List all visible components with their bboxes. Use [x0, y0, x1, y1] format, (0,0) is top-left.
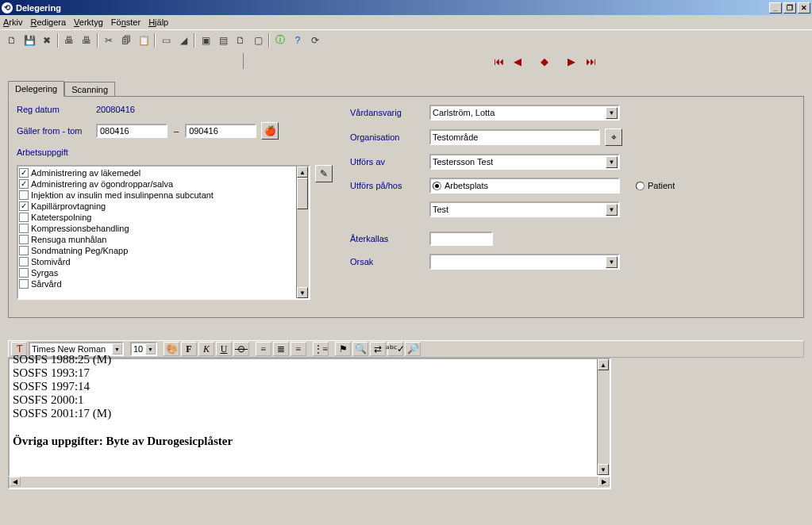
doc2-icon[interactable]: ◢ — [176, 33, 190, 48]
tool4-icon[interactable]: ▢ — [251, 33, 265, 48]
checkbox-icon[interactable] — [19, 257, 29, 266]
info-icon[interactable]: ⓘ — [273, 33, 287, 48]
checkbox-icon[interactable] — [19, 268, 29, 278]
delete-icon[interactable]: ✖ — [40, 33, 54, 48]
chevron-down-icon[interactable]: ▼ — [606, 156, 618, 168]
utforsav-value: Testersson Test — [433, 157, 493, 167]
task-item[interactable]: ✓Administrering av ögondroppar/salva — [19, 178, 308, 190]
tool1-icon[interactable]: ▣ — [198, 33, 213, 48]
menubar: Arkiv Redigera Verktyg Fönster Hjälp — [0, 15, 812, 29]
editor-hscroll[interactable]: ◀ ▶ — [8, 477, 611, 489]
task-item[interactable]: Stomivård — [19, 256, 308, 267]
task-item[interactable]: Syrgas — [19, 267, 308, 278]
task-item[interactable]: Rensuga munhålan — [19, 234, 308, 245]
checkbox-icon[interactable] — [19, 279, 29, 289]
menu-redigera[interactable]: Redigera — [30, 17, 66, 27]
aterkallas-label: Återkallas — [350, 234, 429, 243]
checkbox-icon[interactable] — [19, 224, 29, 233]
copy-icon[interactable]: 🗐 — [119, 33, 133, 48]
organisation-value: Testområde — [433, 132, 478, 142]
task-item[interactable]: Sårvård — [19, 278, 308, 289]
task-edit-button[interactable]: ✎ — [315, 165, 333, 182]
chevron-down-icon[interactable]: ▼ — [606, 107, 618, 119]
menu-verktyg[interactable]: Verktyg — [74, 17, 103, 27]
nav-first-button[interactable]: ⏮ — [490, 52, 507, 70]
scroll-up-icon[interactable]: ▲ — [598, 359, 609, 370]
editor-vscroll[interactable]: ▲ ▼ — [597, 359, 610, 475]
task-item[interactable]: Kompressionsbehandling — [19, 223, 308, 234]
record-nav: ⏮ ◀ ◆ ▶ ⏭ — [0, 50, 812, 72]
task-label: Stomivård — [31, 257, 71, 266]
paste-icon[interactable]: 📋 — [137, 33, 151, 48]
scroll-down-icon[interactable]: ▼ — [297, 287, 308, 298]
checkbox-icon[interactable] — [19, 235, 29, 244]
tab-delegering[interactable]: Delegering — [8, 81, 64, 97]
task-label: Sondmatning Peg/Knapp — [31, 246, 128, 255]
window-title: Delegering — [16, 3, 769, 13]
nav-current-button[interactable]: ◆ — [536, 52, 553, 70]
tab-scanning[interactable]: Scanning — [64, 82, 115, 97]
scroll-down-icon[interactable]: ▼ — [598, 464, 609, 475]
task-item[interactable]: Injektion av insulin med insulinpenna su… — [19, 190, 308, 201]
checkbox-icon[interactable] — [19, 213, 29, 222]
tool3-icon[interactable]: 🗋 — [233, 33, 248, 48]
checkbox-icon[interactable]: ✓ — [19, 168, 29, 178]
task-item[interactable]: ✓Kapillärprovtagning — [19, 201, 308, 212]
save-icon[interactable]: 💾 — [22, 33, 37, 48]
checkbox-icon[interactable] — [19, 190, 29, 200]
scroll-left-icon[interactable]: ◀ — [10, 477, 21, 486]
tool2-icon[interactable]: ▤ — [216, 33, 230, 48]
task-item[interactable]: Kateterspolning — [19, 212, 308, 223]
rte-clipped-line: SOSFS 1988:25 (M) — [13, 353, 606, 366]
organisation-label: Organisation — [350, 132, 429, 142]
close-button[interactable]: ✕ — [798, 2, 810, 13]
task-item[interactable]: ✓Administrering av läkemedel — [19, 167, 308, 178]
checkbox-icon[interactable] — [19, 246, 29, 255]
organisation-field[interactable]: Testområde — [429, 129, 600, 145]
list-scrollbar[interactable]: ▲ ▼ — [296, 167, 309, 298]
nav-prev-button[interactable]: ◀ — [509, 52, 526, 70]
chevron-down-icon[interactable]: ▼ — [606, 256, 618, 268]
checkbox-icon[interactable]: ✓ — [19, 201, 29, 211]
app-icon: ⟲ — [2, 2, 13, 13]
rich-text-editor[interactable]: SOSFS 1988:25 (M) SOSFS 1993:17 SOSFS 19… — [8, 358, 611, 477]
task-item[interactable]: Sondmatning Peg/Knapp — [19, 245, 308, 256]
scroll-up-icon[interactable]: ▲ — [297, 167, 308, 178]
minimize-button[interactable]: _ — [769, 2, 782, 13]
task-label: Administrering av ögondroppar/salva — [31, 179, 173, 189]
scroll-thumb[interactable] — [297, 178, 308, 209]
menu-hjalp[interactable]: Hjälp — [148, 17, 168, 27]
utforspa-value: Test — [433, 205, 448, 214]
restore-button[interactable]: ❐ — [783, 2, 796, 13]
new-icon[interactable]: 🗋 — [5, 33, 19, 48]
utforsav-select[interactable]: Testersson Test ▼ — [429, 154, 620, 170]
checkbox-icon[interactable]: ✓ — [19, 179, 29, 189]
print-icon[interactable]: 🖶 — [62, 33, 76, 48]
main-panel: Reg datum 20080416 Gäller from - tom – 🍎… — [8, 96, 804, 318]
aterkallas-input[interactable] — [429, 232, 493, 246]
orsak-select[interactable]: ▼ — [429, 254, 620, 270]
titlebar: ⟲ Delegering _ ❐ ✕ — [0, 0, 812, 15]
rte-line: SOSFS 2001:17 (M) — [13, 407, 606, 420]
from-date-input[interactable] — [96, 124, 167, 138]
vardansvarig-select[interactable]: Carlström, Lotta ▼ — [429, 105, 620, 121]
print-preview-icon[interactable]: 🖶 — [79, 33, 94, 48]
help-icon[interactable]: ? — [291, 33, 305, 48]
nav-next-button[interactable]: ▶ — [563, 52, 580, 70]
utforspa-select[interactable]: Test ▼ — [429, 201, 620, 217]
organisation-lookup-button[interactable]: ⌖ — [605, 128, 622, 146]
date-sep: – — [174, 126, 179, 136]
radio-patient[interactable]: Patient — [636, 181, 675, 190]
menu-arkiv[interactable]: Arkiv — [3, 17, 22, 27]
nav-last-button[interactable]: ⏭ — [582, 52, 599, 70]
date-picker-button[interactable]: 🍎 — [261, 122, 279, 140]
radio-arbetsplats[interactable]: Arbetsplats — [429, 178, 620, 194]
scroll-right-icon[interactable]: ▶ — [598, 477, 610, 486]
refresh-icon[interactable]: ⟳ — [308, 33, 322, 48]
chevron-down-icon[interactable]: ▼ — [606, 204, 618, 216]
task-listbox[interactable]: ✓Administrering av läkemedel✓Administrer… — [17, 165, 310, 300]
menu-fonster[interactable]: Fönster — [111, 17, 140, 27]
doc1-icon[interactable]: ▭ — [159, 33, 173, 48]
tom-date-input[interactable] — [185, 124, 256, 138]
cut-icon[interactable]: ✂ — [102, 33, 116, 48]
